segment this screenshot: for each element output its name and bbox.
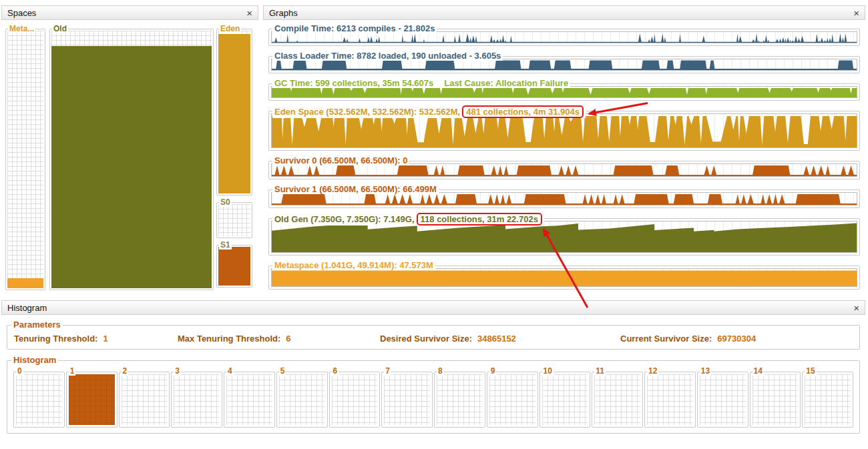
graph-title: GC Time: 599 collections, 35m 54.607s (274, 78, 433, 88)
bucket-label: 3 (174, 366, 181, 376)
bucket-grid (752, 374, 799, 425)
bucket-grid (594, 374, 640, 425)
graph-canvas-6 (271, 221, 857, 253)
histogram-content: Parameters Tenuring Threshold:1Max Tenur… (1, 316, 865, 444)
graph-title-row: Survivor 0 (66.500M, 66.500M): 0 (272, 155, 409, 165)
histogram-bucket-4: 4 (224, 372, 275, 428)
parameter-value: 6 (286, 334, 290, 344)
bucket-label: 5 (279, 366, 286, 376)
graph-canvas-7 (271, 268, 857, 287)
graph-group-6: Old Gen (7.350G, 7.350G): 7.149G,118 col… (268, 218, 860, 256)
histogram-bucket-6: 6 (329, 372, 381, 428)
parameter-value: 69730304 (717, 334, 756, 344)
bucket-grid (332, 374, 378, 425)
graph-title-row: Class Loader Time: 8782 loaded, 190 unlo… (272, 51, 503, 61)
histogram-close-icon[interactable]: × (853, 303, 859, 313)
histogram-bucket-5: 5 (276, 372, 328, 428)
histogram-bucket-15: 15 (802, 372, 853, 428)
annotation-red-box: 118 collections, 31m 22.702s (417, 213, 542, 226)
space-old-label: Old (52, 24, 68, 33)
histogram-bucket-14: 14 (750, 372, 801, 428)
histogram-group: Histogram 0123456789101112131415 (7, 360, 860, 434)
graph-group-5: Survivor 1 (66.500M, 66.500M): 66.499M (268, 189, 860, 208)
histogram-panel: Histogram × Parameters Tenuring Threshol… (1, 300, 865, 444)
space-s0-area (218, 204, 250, 236)
bucket-grid (489, 374, 535, 425)
graph-group-4: Survivor 0 (66.500M, 66.500M): 0 (268, 161, 860, 179)
histogram-panel-title: Histogram (7, 303, 47, 313)
parameter-item-2: Desired Survivor Size:34865152 (380, 334, 620, 344)
graph-title: Compile Time: 6213 compiles - 21.802s (274, 23, 435, 33)
space-s1-area (218, 247, 250, 286)
graph-canvas-4 (271, 163, 857, 177)
histogram-bucket-13: 13 (697, 372, 748, 428)
parameter-item-1: Max Tenuring Threshold:6 (178, 334, 380, 344)
space-eden: Eden (216, 29, 252, 195)
graph-canvas-3 (271, 113, 857, 148)
histogram-bucket-0: 0 (13, 372, 65, 428)
space-s1: S1 (216, 245, 252, 288)
parameter-label: Current Survivor Size: (620, 334, 712, 344)
annotation-red-box: 481 collections, 4m 31.904s (462, 105, 584, 118)
parameter-item-3: Current Survivor Size:69730304 (620, 334, 756, 344)
bucket-grid (122, 374, 168, 425)
bucket-label: 9 (489, 366, 497, 376)
spaces-content: Meta... Old Eden S0 S1 (1, 21, 258, 293)
spaces-panel-header[interactable]: Spaces × (1, 5, 258, 20)
bucket-grid (542, 374, 588, 425)
histogram-bucket-1: 1 (66, 372, 118, 428)
space-metaspace-label: Meta... (8, 24, 35, 33)
space-old-area (51, 31, 212, 288)
graph-group-2: GC Time: 599 collections, 35m 54.607sLas… (268, 83, 860, 101)
graphs-panel-header[interactable]: Graphs × (263, 5, 865, 20)
histogram-bucket-12: 12 (644, 372, 696, 428)
space-s0: S0 (216, 202, 252, 238)
graph-group-1: Class Loader Time: 8782 loaded, 190 unlo… (268, 56, 860, 73)
histogram-panel-header[interactable]: Histogram × (1, 300, 865, 315)
space-old-fill (51, 46, 212, 288)
graph-title-row: Old Gen (7.350G, 7.350G): 7.149G,118 col… (272, 213, 544, 226)
bucket-grid (226, 374, 272, 425)
graph-title-row: Survivor 1 (66.500M, 66.500M): 66.499M (272, 184, 439, 194)
parameter-value: 34865152 (477, 334, 516, 344)
graph-canvas-5 (271, 192, 857, 205)
space-eden-area (218, 31, 250, 193)
bucket-label: 14 (752, 366, 764, 376)
bucket-grid (384, 374, 430, 425)
parameter-label: Tenuring Threshold: (14, 334, 97, 344)
space-metaspace: Meta... (5, 29, 45, 290)
spaces-close-icon[interactable]: × (246, 8, 252, 18)
bucket-grid (279, 374, 325, 425)
graphs-panel-title: Graphs (269, 8, 298, 18)
graph-title-row: Eden Space (532.562M, 532.562M): 532.562… (272, 105, 586, 118)
bucket-grid (647, 374, 693, 425)
parameters-row: Tenuring Threshold:1Max Tenuring Thresho… (14, 334, 853, 344)
graph-title: Old Gen (7.350G, 7.350G): 7.149G, (274, 214, 415, 224)
histogram-bucket-2: 2 (119, 372, 170, 428)
graph-title: Survivor 1 (66.500M, 66.500M): 66.499M (274, 184, 437, 194)
bucket-grid (700, 374, 746, 425)
spaces-panel: Spaces × Meta... Old Eden S0 (1, 5, 258, 293)
histogram-bucket-row: 0123456789101112131415 (13, 370, 853, 428)
bucket-label: 1 (69, 366, 76, 376)
histogram-bucket-3: 3 (171, 372, 222, 428)
graph-title: Class Loader Time: 8782 loaded, 190 unlo… (274, 51, 501, 61)
histogram-bucket-8: 8 (434, 372, 485, 428)
graph-title-row: Metaspace (1.041G, 49.914M): 47.573M (272, 260, 435, 270)
space-s1-label: S1 (219, 240, 232, 250)
graph-title: Eden Space (532.562M, 532.562M): 532.562… (274, 107, 460, 117)
parameters-group-title: Parameters (11, 320, 63, 330)
gc-last-cause: Last Cause: Allocation Failure (444, 78, 568, 88)
bucket-label: 7 (384, 366, 391, 376)
space-eden-label: Eden (219, 24, 241, 33)
bucket-label: 4 (226, 366, 234, 376)
parameter-item-0: Tenuring Threshold:1 (14, 334, 178, 344)
graphs-panel: Graphs × Compile Time: 6213 compiles - 2… (263, 5, 865, 293)
space-metaspace-area (7, 31, 43, 288)
histogram-bucket-9: 9 (487, 372, 538, 428)
graphs-close-icon[interactable]: × (853, 8, 859, 18)
space-metaspace-fill (7, 278, 43, 288)
bucket-label: 15 (805, 366, 816, 376)
bucket-grid (805, 374, 851, 425)
graph-title-row: Compile Time: 6213 compiles - 21.802s (272, 23, 437, 33)
